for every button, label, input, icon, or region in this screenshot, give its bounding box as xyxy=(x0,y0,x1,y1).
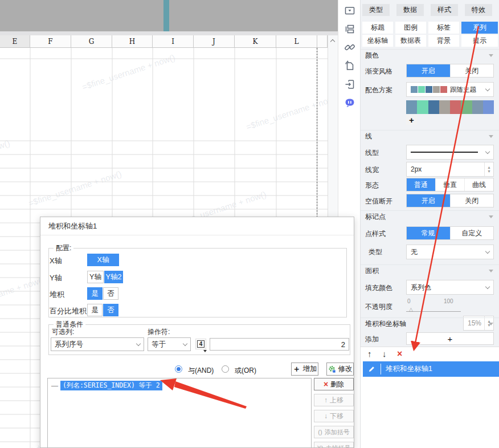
section-area[interactable]: 面积 xyxy=(361,264,499,277)
canvas-sub-strip xyxy=(0,31,338,35)
preview-widget-icon[interactable] xyxy=(343,5,356,17)
stack-yes-button[interactable]: 是 xyxy=(87,287,103,300)
xaxis-button[interactable]: X轴 xyxy=(87,254,119,266)
subtab-datatable[interactable]: 数据表 xyxy=(395,35,426,47)
line-type-select[interactable] xyxy=(406,145,494,160)
column-header-i[interactable]: I xyxy=(153,35,194,48)
palette-swatch[interactable] xyxy=(483,100,494,114)
add-condition-button[interactable]: ＋ 增加 xyxy=(291,363,318,376)
gradient-off-button[interactable]: 关闭 xyxy=(450,64,494,77)
move-up-button[interactable]: ↑ 上移 xyxy=(314,394,354,406)
marker-type-select[interactable]: 无 xyxy=(406,245,494,259)
tab-effect[interactable]: 特效 xyxy=(465,4,492,16)
remove-bracket-button[interactable]: X) 去掉括号 xyxy=(314,442,354,448)
stack-axis-list-item[interactable]: 堆积和坐标轴1 xyxy=(363,361,499,377)
add-color-button[interactable]: + xyxy=(406,115,417,125)
condition-row[interactable]: — (列名:SERIES_INDEX) 等于 2 xyxy=(51,381,311,390)
line-width-stepper[interactable]: 2px ▴▾ xyxy=(406,162,494,177)
null-break-off-button[interactable]: 关闭 xyxy=(450,194,494,207)
point-style-custom-button[interactable]: 自定义 xyxy=(450,227,494,239)
subtab-series[interactable]: 系列 xyxy=(461,22,498,34)
add-stack-axis-button[interactable]: + xyxy=(406,332,494,345)
delete-icon[interactable]: × xyxy=(397,348,402,360)
or-radio-label[interactable]: 或(OR) xyxy=(235,366,256,376)
column-header-g[interactable]: G xyxy=(71,35,112,48)
scroll-up-icon[interactable] xyxy=(330,39,335,44)
palette-swatch[interactable] xyxy=(472,100,483,114)
column-header-extra xyxy=(317,35,328,48)
opacity-slider-track[interactable] xyxy=(406,311,461,312)
palette-swatch[interactable] xyxy=(417,100,428,114)
scheme-swatch xyxy=(418,86,425,93)
column-header-f[interactable]: F xyxy=(30,35,71,48)
operator-select[interactable]: 等于 xyxy=(148,337,191,351)
outline-panels-icon[interactable] xyxy=(343,23,356,35)
column-header-l[interactable]: L xyxy=(276,35,317,48)
shape-normal-button[interactable]: 普通 xyxy=(407,178,435,191)
move-up-icon[interactable]: ↑ xyxy=(367,348,372,360)
link-icon[interactable] xyxy=(343,41,356,54)
shape-vertical-button[interactable]: 垂直 xyxy=(435,178,464,191)
column-select[interactable]: 系列序号 xyxy=(51,337,144,351)
column-header-k[interactable]: K xyxy=(235,35,276,48)
color-scheme-select[interactable]: 跟随主题 xyxy=(406,82,494,97)
condition-list[interactable]: — (列名:SERIES_INDEX) 等于 2 xyxy=(47,378,312,448)
null-break-on-button[interactable]: 开启 xyxy=(407,194,450,207)
section-color[interactable]: 颜色 xyxy=(361,49,499,62)
tab-data[interactable]: 数据 xyxy=(396,4,424,16)
column-header-h[interactable]: H xyxy=(112,35,153,48)
section-marker[interactable]: 标记点 xyxy=(361,210,499,223)
subtab-label[interactable]: 标签 xyxy=(428,22,459,34)
palette-swatch[interactable] xyxy=(428,100,439,114)
palette-swatch[interactable] xyxy=(406,100,417,114)
palette-swatch[interactable] xyxy=(439,100,450,114)
subtab-background[interactable]: 背景 xyxy=(428,35,459,47)
palette-swatch[interactable] xyxy=(461,100,472,114)
stack-no-button[interactable]: 否 xyxy=(103,287,118,300)
value-type-button[interactable]: 4 xyxy=(195,339,206,349)
move-down-icon[interactable]: ↓ xyxy=(382,348,387,360)
opacity-label: 不透明度 xyxy=(365,302,392,312)
subtab-legend[interactable]: 图例 xyxy=(395,22,426,34)
yaxis1-button[interactable]: Y轴 xyxy=(87,271,104,283)
subtab-title[interactable]: 标题 xyxy=(362,22,393,34)
subtab-axis[interactable]: 坐标轴 xyxy=(362,35,393,47)
down-arrow-icon: ↓ xyxy=(324,412,328,420)
palette-swatch[interactable] xyxy=(450,100,461,114)
selected-condition[interactable]: (列名:SERIES_INDEX) 等于 2 xyxy=(60,381,162,390)
section-line[interactable]: 线 xyxy=(361,130,499,142)
shape-curve-button[interactable]: 曲线 xyxy=(464,178,493,191)
percent-yes-button[interactable]: 是 xyxy=(87,304,103,316)
fill-color-label: 填充颜色 xyxy=(365,283,392,293)
section-stack-axis[interactable]: 堆积和坐标轴 xyxy=(361,317,499,330)
subtab-tooltip[interactable]: 提示 xyxy=(461,35,498,47)
fill-color-select[interactable]: 系列色 xyxy=(406,280,494,295)
modify-condition-button[interactable]: 修改 xyxy=(326,363,354,376)
feedback-chat-icon[interactable] xyxy=(343,96,356,109)
import-icon[interactable] xyxy=(343,78,356,91)
tree-dash: — xyxy=(51,382,58,390)
add-bracket-button[interactable]: () 添加括号 xyxy=(314,426,354,438)
tab-style[interactable]: 样式 xyxy=(431,4,458,16)
collapse-icon xyxy=(489,270,493,272)
unbracket-icon: X) xyxy=(317,445,324,448)
stepper-arrows[interactable]: ▴▾ xyxy=(484,162,493,176)
column-header-j[interactable]: J xyxy=(194,35,235,48)
color-scheme-label: 配色方案 xyxy=(365,85,392,95)
column-header-e[interactable]: E xyxy=(0,35,30,48)
percent-no-button[interactable]: 否 xyxy=(103,304,118,316)
yaxis2-button[interactable]: Y轴2 xyxy=(104,271,123,283)
or-radio[interactable] xyxy=(222,365,229,373)
move-down-button[interactable]: ↓ 下移 xyxy=(314,410,354,422)
gradient-on-button[interactable]: 开启 xyxy=(407,64,450,77)
delete-condition-button[interactable]: × 删除 xyxy=(314,378,354,390)
condition-value-input[interactable] xyxy=(210,338,349,351)
tab-type[interactable]: 类型 xyxy=(362,4,390,16)
page-rotate-icon[interactable] xyxy=(343,59,356,72)
gradient-style-label: 渐变风格 xyxy=(365,67,392,76)
and-radio-label[interactable]: 与(AND) xyxy=(188,366,214,376)
teal-marker-bar xyxy=(163,0,169,31)
opacity-slider-thumb[interactable]: △ xyxy=(409,307,413,312)
and-radio[interactable] xyxy=(175,365,182,373)
point-style-normal-button[interactable]: 常规 xyxy=(407,227,450,239)
